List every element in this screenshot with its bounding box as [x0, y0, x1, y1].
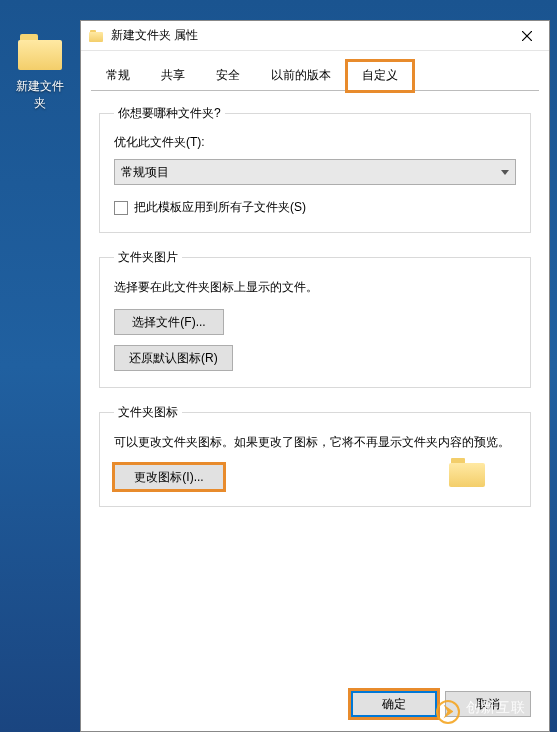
folder-icon-legend: 文件夹图标 — [114, 404, 182, 421]
watermark-brand-zh: 创新互联 — [466, 699, 549, 717]
change-icon-button[interactable]: 更改图标(I)... — [114, 464, 224, 490]
tab-sharing[interactable]: 共享 — [146, 61, 200, 91]
folder-icon-desc: 可以更改文件夹图标。如果更改了图标，它将不再显示文件夹内容的预览。 — [114, 433, 516, 452]
ok-button[interactable]: 确定 — [351, 691, 437, 717]
restore-default-button[interactable]: 还原默认图标(R) — [114, 345, 233, 371]
watermark-logo-icon — [436, 700, 460, 724]
optimize-value: 常规项目 — [121, 164, 169, 181]
tab-underline — [91, 90, 539, 91]
optimize-combobox[interactable]: 常规项目 — [114, 159, 516, 185]
tab-strip: 常规 共享 安全 以前的版本 自定义 — [81, 51, 549, 91]
tab-custom[interactable]: 自定义 — [347, 61, 413, 91]
watermark: 创新互联 CHUANG XIN HU LIAN — [436, 699, 549, 724]
folder-picture-legend: 文件夹图片 — [114, 249, 182, 266]
tab-security[interactable]: 安全 — [201, 61, 255, 91]
desktop-folder-label: 新建文件夹 — [12, 78, 68, 112]
desktop-folder[interactable]: 新建文件夹 — [12, 32, 68, 112]
folder-icon — [89, 29, 105, 43]
chevron-down-icon — [501, 170, 509, 175]
close-button[interactable] — [505, 21, 549, 51]
apply-subfolders-label: 把此模板应用到所有子文件夹(S) — [134, 199, 306, 216]
apply-subfolders-row[interactable]: 把此模板应用到所有子文件夹(S) — [114, 199, 516, 216]
choose-file-button[interactable]: 选择文件(F)... — [114, 309, 224, 335]
dialog-content: 你想要哪种文件夹? 优化此文件夹(T): 常规项目 把此模板应用到所有子文件夹(… — [81, 91, 549, 681]
dialog-title: 新建文件夹 属性 — [111, 27, 505, 44]
tab-general[interactable]: 常规 — [91, 61, 145, 91]
close-icon — [522, 31, 532, 41]
folder-type-group: 你想要哪种文件夹? 优化此文件夹(T): 常规项目 把此模板应用到所有子文件夹(… — [99, 105, 531, 233]
dialog-titlebar: 新建文件夹 属性 — [81, 21, 549, 51]
folder-picture-group: 文件夹图片 选择要在此文件夹图标上显示的文件。 选择文件(F)... 还原默认图… — [99, 249, 531, 388]
watermark-brand-en: CHUANG XIN HU LIAN — [466, 717, 549, 724]
optimize-label: 优化此文件夹(T): — [114, 134, 516, 151]
tab-previous-versions[interactable]: 以前的版本 — [256, 61, 346, 91]
folder-picture-desc: 选择要在此文件夹图标上显示的文件。 — [114, 278, 516, 297]
folder-type-legend: 你想要哪种文件夹? — [114, 105, 225, 122]
properties-dialog: 新建文件夹 属性 常规 共享 安全 以前的版本 自定义 你想要哪种文件夹? 优化… — [80, 20, 550, 732]
folder-icon-group: 文件夹图标 可以更改文件夹图标。如果更改了图标，它将不再显示文件夹内容的预览。 … — [99, 404, 531, 507]
folder-icon-preview — [448, 456, 488, 490]
folder-icon — [16, 32, 64, 72]
apply-subfolders-checkbox[interactable] — [114, 201, 128, 215]
